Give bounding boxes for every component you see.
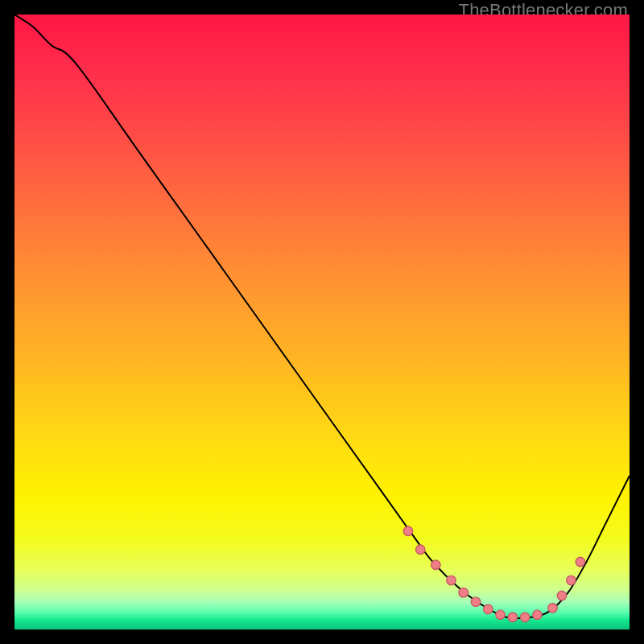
sweet-spot-dot	[496, 610, 505, 619]
sweet-spot-dot	[520, 613, 529, 621]
bottleneck-chart	[14, 14, 630, 630]
sweet-spot-dot	[431, 560, 440, 569]
sweet-spot-dot	[459, 588, 468, 597]
sweet-spot-dot	[416, 545, 425, 554]
sweet-spot-dot	[548, 604, 557, 613]
sweet-spot-dot	[533, 610, 542, 619]
sweet-spot-dot	[447, 576, 456, 584]
sweet-spot-dot	[508, 613, 517, 621]
chart-stage: TheBottlenecker.com	[0, 0, 644, 644]
sweet-spot-dot	[567, 576, 576, 584]
sweet-spot-dot	[484, 605, 493, 613]
sweet-spot-dot	[576, 557, 584, 566]
sweet-spot-dot	[403, 526, 412, 535]
sweet-spot-dot	[557, 591, 566, 600]
sweet-spot-dot	[471, 597, 480, 606]
